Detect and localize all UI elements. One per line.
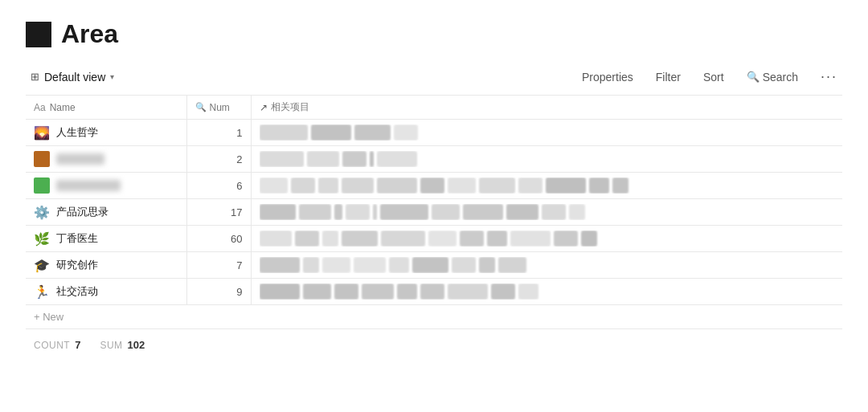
related-chip bbox=[542, 204, 566, 220]
related-chip bbox=[311, 124, 351, 141]
related-chip bbox=[518, 284, 538, 300]
page-title: Area bbox=[61, 19, 118, 49]
row-icon: 🌿 bbox=[34, 230, 50, 247]
col-num-label: Num bbox=[210, 102, 230, 113]
related-chip bbox=[448, 177, 476, 194]
related-chip bbox=[362, 284, 394, 300]
col-header-related: ↗ 相关项目 bbox=[251, 96, 842, 120]
sum-label: SUM bbox=[100, 340, 122, 351]
related-chip bbox=[448, 284, 488, 300]
row-icon: 🏃 bbox=[34, 284, 50, 300]
new-row-button[interactable]: + New bbox=[26, 305, 842, 329]
more-button[interactable]: ··· bbox=[816, 65, 842, 88]
related-chip bbox=[420, 284, 444, 300]
table-icon: ⊞ bbox=[31, 71, 39, 83]
related-chip bbox=[381, 230, 425, 247]
col-related-label: 相关项目 bbox=[271, 100, 309, 114]
related-chip bbox=[291, 177, 315, 194]
related-chip bbox=[260, 124, 308, 141]
related-cell bbox=[251, 146, 842, 173]
related-chip bbox=[260, 230, 292, 247]
filter-button[interactable]: Filter bbox=[651, 67, 686, 87]
related-chip bbox=[303, 284, 331, 300]
chips-container bbox=[260, 204, 835, 220]
view-selector[interactable]: ⊞ Default view ▾ bbox=[26, 67, 119, 87]
related-chip bbox=[479, 177, 515, 194]
related-chip bbox=[498, 257, 526, 273]
more-label: ··· bbox=[821, 68, 837, 85]
row-name-text: 社交活动 bbox=[56, 284, 98, 299]
row-icon bbox=[34, 177, 50, 194]
row-name-text: 产品沉思录 bbox=[56, 205, 108, 219]
title-row: Area bbox=[26, 19, 842, 49]
related-chip bbox=[307, 151, 339, 167]
page-container: Area ⊞ Default view ▾ Properties Filter … bbox=[0, 0, 868, 373]
properties-button[interactable]: Properties bbox=[577, 67, 638, 87]
num-value: 2 bbox=[236, 153, 242, 165]
num-value: 1 bbox=[236, 127, 242, 139]
toolbar-left: ⊞ Default view ▾ bbox=[26, 67, 119, 87]
page-icon bbox=[26, 22, 51, 47]
sort-label: Sort bbox=[703, 71, 724, 84]
num-cell: 17 bbox=[186, 199, 251, 226]
num-cell: 9 bbox=[186, 279, 251, 305]
count-value: 7 bbox=[75, 339, 80, 351]
name-cell: blurred bbox=[26, 173, 186, 199]
search-button[interactable]: 🔍 Search bbox=[742, 67, 803, 87]
table-row: blurred 6 bbox=[26, 173, 842, 199]
filter-label: Filter bbox=[656, 71, 681, 84]
related-chip bbox=[260, 151, 304, 167]
chips-container bbox=[260, 257, 835, 273]
row-icon bbox=[34, 151, 50, 167]
related-chip bbox=[342, 151, 366, 167]
table-row: 🌄人生哲学1 bbox=[26, 120, 842, 146]
arrow-icon: ↗ bbox=[260, 102, 268, 113]
related-chip bbox=[334, 204, 342, 220]
table-row: ⚙️产品沉思录17 bbox=[26, 199, 842, 226]
related-chip bbox=[295, 230, 319, 247]
related-chip bbox=[260, 204, 296, 220]
table-row: 🏃社交活动9 bbox=[26, 279, 842, 305]
search-small-icon: 🔍 bbox=[195, 102, 207, 112]
table-header-row: Aa Name 🔍 Num ↗ 相关项目 bbox=[26, 96, 842, 120]
num-cell: 7 bbox=[186, 252, 251, 279]
related-chip bbox=[354, 124, 391, 141]
related-chip bbox=[554, 230, 578, 247]
related-chip bbox=[380, 204, 428, 220]
sort-button[interactable]: Sort bbox=[698, 67, 729, 87]
related-chip bbox=[342, 230, 378, 247]
related-chip bbox=[420, 177, 444, 194]
toolbar: ⊞ Default view ▾ Properties Filter Sort … bbox=[26, 65, 842, 96]
count-label: COUNT bbox=[34, 340, 70, 351]
col-header-num: 🔍 Num bbox=[186, 96, 251, 120]
related-chip bbox=[569, 204, 585, 220]
related-chip bbox=[397, 284, 417, 300]
related-chip bbox=[260, 284, 300, 300]
related-chip bbox=[546, 177, 586, 194]
related-chip bbox=[322, 230, 338, 247]
properties-label: Properties bbox=[582, 71, 633, 84]
name-cell: ⚙️产品沉思录 bbox=[26, 199, 186, 226]
name-cell: 🎓研究创作 bbox=[26, 252, 186, 279]
count-item: COUNT 7 bbox=[34, 339, 80, 351]
table-row: blurred 2 bbox=[26, 146, 842, 173]
name-cell: 🏃社交活动 bbox=[26, 279, 186, 305]
table-row: 🌿丁香医生60 bbox=[26, 226, 842, 252]
chips-container bbox=[260, 151, 835, 167]
chips-container bbox=[260, 284, 835, 300]
num-value: 6 bbox=[236, 180, 242, 192]
related-chip bbox=[506, 204, 538, 220]
related-chip bbox=[260, 177, 288, 194]
search-label: Search bbox=[763, 71, 798, 84]
related-chip bbox=[394, 124, 418, 141]
num-cell: 6 bbox=[186, 173, 251, 199]
row-name-text: blurred bbox=[56, 153, 104, 165]
name-cell: blurred bbox=[26, 146, 186, 173]
related-chip bbox=[377, 151, 417, 167]
chips-container bbox=[260, 230, 835, 247]
related-chip bbox=[260, 257, 300, 273]
row-name-text: blurred bbox=[56, 180, 121, 191]
related-chip bbox=[518, 177, 542, 194]
related-chip bbox=[412, 257, 448, 273]
new-row-label: + New bbox=[34, 311, 63, 323]
